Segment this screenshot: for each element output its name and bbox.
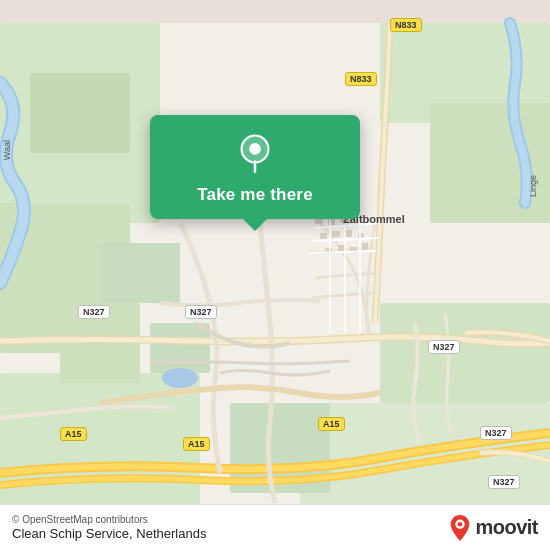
svg-rect-3: [30, 73, 130, 153]
road-label-a15-right: A15: [318, 417, 345, 431]
tooltip-label: Take me there: [197, 185, 313, 205]
svg-rect-20: [358, 233, 364, 238]
svg-rect-19: [345, 230, 352, 237]
road-label-n327-far-right: N327: [480, 426, 512, 440]
bottom-info: © OpenStreetMap contributors Clean Schip…: [12, 514, 206, 541]
road-label-n327-bottom: N327: [488, 475, 520, 489]
svg-rect-17: [320, 233, 327, 239]
svg-rect-18: [332, 231, 340, 237]
location-pin-icon: [234, 133, 276, 175]
take-me-there-button[interactable]: Take me there: [150, 115, 360, 219]
moovit-logo: moovit: [449, 514, 538, 542]
moovit-pin-icon: [449, 514, 471, 542]
bottom-bar: © OpenStreetMap contributors Clean Schip…: [0, 504, 550, 550]
svg-point-34: [458, 521, 463, 526]
road-label-n327-mid: N327: [185, 305, 217, 319]
svg-rect-9: [100, 243, 180, 303]
svg-rect-15: [328, 218, 335, 225]
svg-rect-24: [362, 243, 368, 250]
road-label-n833-top: N833: [390, 18, 422, 32]
road-label-n833-mid: N833: [345, 72, 377, 86]
location-name: Clean Schip Service, Netherlands: [12, 526, 206, 541]
road-label-a15-mid: A15: [183, 437, 210, 451]
svg-point-32: [249, 143, 261, 155]
moovit-brand-text: moovit: [475, 516, 538, 539]
attribution-text: © OpenStreetMap contributors: [12, 514, 206, 525]
svg-rect-5: [430, 103, 550, 223]
road-label-n327-left: N327: [78, 305, 110, 319]
road-label-n327-right: N327: [428, 340, 460, 354]
svg-rect-11: [150, 323, 210, 373]
river-label-linge: Linge: [528, 175, 538, 197]
map-container: N833 N833 N833 N327 N327 N327 N327 A15 A…: [0, 0, 550, 550]
svg-rect-8: [380, 303, 550, 403]
road-label-a15-left: A15: [60, 427, 87, 441]
svg-point-13: [162, 368, 198, 388]
river-label-left: Waal: [2, 140, 12, 160]
